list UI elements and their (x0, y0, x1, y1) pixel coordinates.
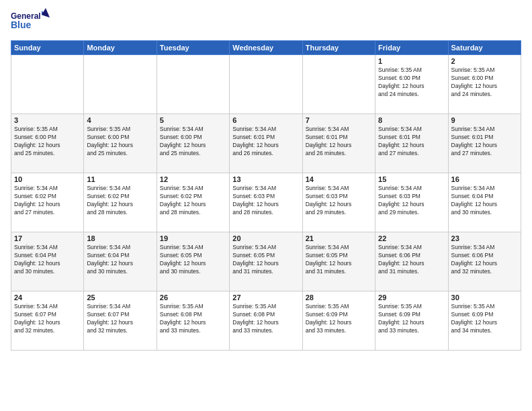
day-number: 2 (451, 57, 518, 65)
calendar-cell: 25Sunrise: 5:34 AM Sunset: 6:07 PM Dayli… (84, 291, 157, 351)
day-number: 1 (378, 57, 445, 65)
day-info: Sunrise: 5:34 AM Sunset: 6:03 PM Dayligh… (306, 185, 372, 217)
day-info: Sunrise: 5:34 AM Sunset: 6:00 PM Dayligh… (160, 126, 226, 158)
calendar-header-row: SundayMondayTuesdayWednesdayThursdayFrid… (11, 41, 521, 55)
day-info: Sunrise: 5:35 AM Sunset: 6:08 PM Dayligh… (160, 303, 226, 335)
calendar-cell: 18Sunrise: 5:34 AM Sunset: 6:04 PM Dayli… (84, 232, 157, 291)
calendar-cell: 28Sunrise: 5:35 AM Sunset: 6:09 PM Dayli… (302, 291, 375, 351)
calendar-cell: 20Sunrise: 5:34 AM Sunset: 6:05 PM Dayli… (230, 232, 302, 291)
day-info: Sunrise: 5:35 AM Sunset: 6:09 PM Dayligh… (451, 303, 518, 335)
calendar-cell: 4Sunrise: 5:35 AM Sunset: 6:00 PM Daylig… (84, 114, 157, 173)
day-info: Sunrise: 5:34 AM Sunset: 6:03 PM Dayligh… (378, 185, 445, 217)
calendar-cell: 17Sunrise: 5:34 AM Sunset: 6:04 PM Dayli… (11, 232, 84, 291)
day-number: 21 (306, 234, 372, 242)
day-number: 12 (160, 175, 226, 183)
calendar-cell: 30Sunrise: 5:35 AM Sunset: 6:09 PM Dayli… (448, 291, 521, 351)
day-info: Sunrise: 5:34 AM Sunset: 6:03 PM Dayligh… (232, 185, 299, 217)
calendar-cell: 5Sunrise: 5:34 AM Sunset: 6:00 PM Daylig… (157, 114, 229, 173)
logo: General Blue (11, 8, 51, 35)
day-header-wednesday: Wednesday (230, 41, 302, 55)
day-number: 24 (14, 293, 81, 302)
calendar-cell: 22Sunrise: 5:34 AM Sunset: 6:06 PM Dayli… (375, 232, 448, 291)
day-number: 22 (378, 234, 445, 242)
calendar-cell: 9Sunrise: 5:34 AM Sunset: 6:01 PM Daylig… (448, 114, 521, 173)
day-info: Sunrise: 5:35 AM Sunset: 6:09 PM Dayligh… (306, 303, 372, 335)
calendar-cell (157, 55, 229, 114)
day-number: 29 (378, 293, 445, 302)
day-number: 6 (232, 116, 299, 124)
day-info: Sunrise: 5:34 AM Sunset: 6:07 PM Dayligh… (14, 303, 81, 335)
day-number: 23 (451, 234, 518, 242)
day-info: Sunrise: 5:35 AM Sunset: 6:00 PM Dayligh… (87, 126, 153, 158)
calendar-cell: 21Sunrise: 5:34 AM Sunset: 6:05 PM Dayli… (302, 232, 375, 291)
calendar-cell: 24Sunrise: 5:34 AM Sunset: 6:07 PM Dayli… (11, 291, 84, 351)
calendar-cell: 12Sunrise: 5:34 AM Sunset: 6:02 PM Dayli… (157, 173, 229, 232)
day-number: 9 (451, 116, 518, 124)
svg-text:Blue: Blue (11, 19, 32, 30)
calendar-week-3: 10Sunrise: 5:34 AM Sunset: 6:02 PM Dayli… (11, 173, 521, 232)
calendar-cell: 29Sunrise: 5:35 AM Sunset: 6:09 PM Dayli… (375, 291, 448, 351)
day-number: 18 (87, 234, 153, 242)
calendar-cell: 14Sunrise: 5:34 AM Sunset: 6:03 PM Dayli… (302, 173, 375, 232)
day-number: 14 (306, 175, 372, 183)
calendar-table: SundayMondayTuesdayWednesdayThursdayFrid… (11, 40, 521, 351)
calendar-cell: 16Sunrise: 5:34 AM Sunset: 6:04 PM Dayli… (448, 173, 521, 232)
calendar-cell: 27Sunrise: 5:35 AM Sunset: 6:08 PM Dayli… (230, 291, 302, 351)
calendar-cell: 8Sunrise: 5:34 AM Sunset: 6:01 PM Daylig… (375, 114, 448, 173)
calendar-cell: 3Sunrise: 5:35 AM Sunset: 6:00 PM Daylig… (11, 114, 84, 173)
day-number: 5 (160, 116, 226, 124)
day-number: 27 (232, 293, 299, 302)
day-number: 8 (378, 116, 445, 124)
day-info: Sunrise: 5:34 AM Sunset: 6:05 PM Dayligh… (306, 244, 372, 276)
day-info: Sunrise: 5:34 AM Sunset: 6:06 PM Dayligh… (378, 244, 445, 276)
day-info: Sunrise: 5:34 AM Sunset: 6:01 PM Dayligh… (378, 126, 445, 158)
day-header-saturday: Saturday (448, 41, 521, 55)
day-info: Sunrise: 5:34 AM Sunset: 6:07 PM Dayligh… (87, 303, 153, 335)
day-info: Sunrise: 5:35 AM Sunset: 6:00 PM Dayligh… (378, 66, 445, 99)
day-header-sunday: Sunday (11, 41, 84, 55)
day-number: 16 (451, 175, 518, 183)
day-number: 10 (14, 175, 81, 183)
day-info: Sunrise: 5:34 AM Sunset: 6:05 PM Dayligh… (160, 244, 226, 276)
day-number: 25 (87, 293, 153, 302)
calendar-cell: 19Sunrise: 5:34 AM Sunset: 6:05 PM Dayli… (157, 232, 229, 291)
calendar-cell: 6Sunrise: 5:34 AM Sunset: 6:01 PM Daylig… (230, 114, 302, 173)
day-info: Sunrise: 5:34 AM Sunset: 6:04 PM Dayligh… (14, 244, 81, 276)
day-number: 20 (232, 234, 299, 242)
day-number: 3 (14, 116, 81, 124)
day-header-thursday: Thursday (302, 41, 375, 55)
day-info: Sunrise: 5:34 AM Sunset: 6:02 PM Dayligh… (160, 185, 226, 217)
calendar-cell: 13Sunrise: 5:34 AM Sunset: 6:03 PM Dayli… (230, 173, 302, 232)
calendar-week-5: 24Sunrise: 5:34 AM Sunset: 6:07 PM Dayli… (11, 291, 521, 351)
day-number: 11 (87, 175, 153, 183)
day-number: 30 (451, 293, 518, 302)
calendar-cell: 11Sunrise: 5:34 AM Sunset: 6:02 PM Dayli… (84, 173, 157, 232)
day-header-monday: Monday (84, 41, 157, 55)
day-info: Sunrise: 5:34 AM Sunset: 6:01 PM Dayligh… (451, 126, 518, 158)
day-header-tuesday: Tuesday (157, 41, 229, 55)
calendar-cell (84, 55, 157, 114)
calendar-cell: 10Sunrise: 5:34 AM Sunset: 6:02 PM Dayli… (11, 173, 84, 232)
day-info: Sunrise: 5:34 AM Sunset: 6:01 PM Dayligh… (306, 126, 372, 158)
calendar-cell: 7Sunrise: 5:34 AM Sunset: 6:01 PM Daylig… (302, 114, 375, 173)
page: General Blue SundayMondayTuesdayWednesda… (0, 0, 532, 411)
day-number: 17 (14, 234, 81, 242)
day-info: Sunrise: 5:35 AM Sunset: 6:08 PM Dayligh… (232, 303, 299, 335)
calendar-cell: 1Sunrise: 5:35 AM Sunset: 6:00 PM Daylig… (375, 55, 448, 114)
calendar-week-1: 1Sunrise: 5:35 AM Sunset: 6:00 PM Daylig… (11, 55, 521, 114)
day-info: Sunrise: 5:34 AM Sunset: 6:04 PM Dayligh… (87, 244, 153, 276)
calendar-cell: 23Sunrise: 5:34 AM Sunset: 6:06 PM Dayli… (448, 232, 521, 291)
calendar-cell (302, 55, 375, 114)
calendar-cell (230, 55, 302, 114)
day-info: Sunrise: 5:35 AM Sunset: 6:09 PM Dayligh… (378, 303, 445, 335)
calendar-week-2: 3Sunrise: 5:35 AM Sunset: 6:00 PM Daylig… (11, 114, 521, 173)
day-info: Sunrise: 5:34 AM Sunset: 6:05 PM Dayligh… (232, 244, 299, 276)
day-number: 26 (160, 293, 226, 302)
day-number: 19 (160, 234, 226, 242)
day-info: Sunrise: 5:34 AM Sunset: 6:06 PM Dayligh… (451, 244, 518, 276)
day-number: 28 (306, 293, 372, 302)
calendar-week-4: 17Sunrise: 5:34 AM Sunset: 6:04 PM Dayli… (11, 232, 521, 291)
day-number: 4 (87, 116, 153, 124)
day-number: 7 (306, 116, 372, 124)
header: General Blue (11, 8, 521, 35)
